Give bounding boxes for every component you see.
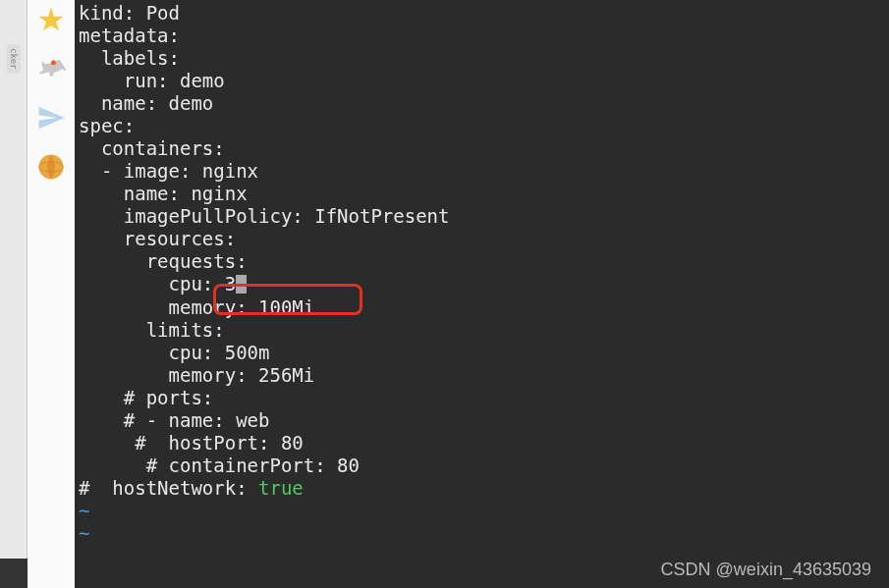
- code-line: cpu: 500m: [79, 342, 889, 364]
- code-line: - image: nginx: [79, 160, 889, 183]
- code-line: kind: Pod: [79, 2, 889, 25]
- tilde-line: ~: [79, 500, 889, 522]
- star-icon[interactable]: [33, 2, 69, 37]
- code-line: metadata:: [79, 25, 889, 47]
- send-icon[interactable]: [33, 100, 69, 135]
- left-tag: cker: [7, 44, 21, 74]
- tilde-line: ~: [79, 522, 889, 545]
- code-line: run: demo: [79, 70, 889, 92]
- cursor-icon: [236, 275, 247, 294]
- left-panel: cker: [0, 0, 28, 588]
- watermark: CSDN @weixin_43635039: [661, 560, 871, 580]
- code-line: name: nginx: [79, 183, 889, 205]
- code-editor[interactable]: kind: Pod metadata: labels: run: demo na…: [75, 0, 889, 588]
- code-line: containers:: [79, 137, 889, 160]
- code-line: memory: 100Mi: [79, 296, 889, 319]
- code-line-hostnetwork: # hostNetwork: true: [79, 477, 889, 500]
- sidebar: [28, 0, 75, 588]
- code-line: # - name: web: [79, 409, 889, 432]
- code-line: # hostPort: 80: [79, 432, 889, 454]
- code-line: name: demo: [79, 92, 889, 115]
- globe-icon[interactable]: [33, 149, 69, 185]
- code-line: # ports:: [79, 387, 889, 409]
- code-line: spec:: [79, 115, 889, 137]
- code-line: limits:: [79, 319, 889, 342]
- pin-icon[interactable]: [33, 51, 69, 86]
- code-line: imagePullPolicy: IfNotPresent: [79, 205, 889, 228]
- bottom-bar: [0, 559, 28, 588]
- code-line: memory: 256Mi: [79, 364, 889, 387]
- svg-point-0: [51, 60, 56, 65]
- code-line: labels:: [79, 47, 889, 70]
- code-line: # containerPort: 80: [79, 454, 889, 477]
- code-line: resources:: [79, 228, 889, 250]
- code-line: requests:: [79, 250, 889, 273]
- code-line-cursor: cpu: 3: [79, 273, 889, 296]
